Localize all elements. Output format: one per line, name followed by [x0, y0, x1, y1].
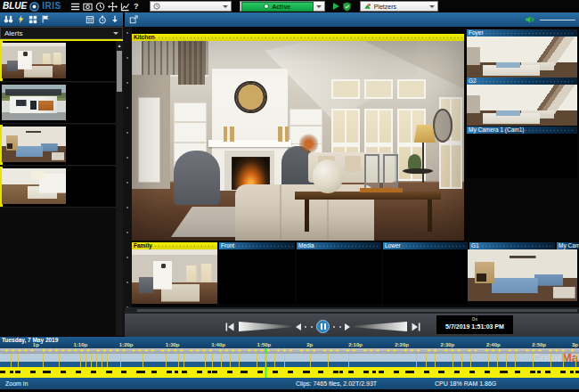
status-select[interactable]: Active [240, 1, 325, 12]
clock-icon[interactable] [95, 2, 105, 12]
camera-title-family[interactable]: Family [132, 242, 217, 249]
alert-list-item[interactable]: Kitchen 5/7/2019 1:51:13 PM 20sec Motion… [0, 41, 116, 82]
binoculars-icon[interactable] [4, 14, 13, 24]
fast-forward-wedge[interactable] [354, 322, 407, 331]
camera-view-foyer[interactable] [467, 37, 577, 78]
timeline-event-line [120, 354, 121, 367]
timeline-alert-mark: + [61, 347, 64, 354]
alerts-filter-select[interactable]: Alerts [0, 27, 123, 39]
timeline-alert-mark: + [352, 347, 355, 354]
timeline-alert-mark: + [299, 347, 303, 354]
menu-icon[interactable] [70, 2, 80, 12]
alert-list-item[interactable]: Kitchen 5/7/2019 1:51:02 PM 09sec Motion… [0, 83, 116, 124]
timeline-alert-mark: + [48, 347, 52, 354]
camera-title-kitchen[interactable]: Kitchen [132, 34, 464, 41]
camera-group-select[interactable]: Pletzers [360, 1, 438, 12]
grid-icon[interactable] [29, 15, 37, 24]
alert-list-item[interactable]: Foyer 5/7/2019 1:50:47 PM 19sec Motion A [0, 125, 116, 166]
lightning-icon[interactable] [17, 14, 25, 24]
timeline-event-line [274, 354, 275, 367]
timeline-event-line [328, 354, 329, 367]
camera-title-label: G2 [469, 78, 477, 84]
profile-select[interactable] [150, 1, 232, 12]
speed-dots [333, 326, 341, 328]
clock-icon-small [153, 3, 160, 10]
camera-view-front[interactable] [219, 249, 295, 304]
skip-start-icon[interactable] [224, 322, 235, 332]
camera-view-g2[interactable] [467, 85, 577, 126]
timeline-alert-mark: + [224, 347, 228, 354]
panel-header-right-icons [86, 15, 119, 24]
top-toolbar: BLUE IRIS ? Active [0, 0, 579, 12]
timeline-event-band[interactable] [0, 354, 579, 362]
flag-icon[interactable] [41, 14, 50, 24]
alert-thumbnail[interactable] [2, 168, 66, 204]
cameras-icon[interactable] [83, 2, 93, 12]
timeline-event-line [470, 354, 471, 367]
camera-view-mycamera1[interactable] [467, 134, 577, 178]
camera-title-foyer[interactable]: Foyer [467, 29, 577, 37]
camera-stage: Kitchen [132, 27, 579, 307]
camera-title-mycamera[interactable]: My Came [557, 242, 579, 249]
camera-view-media[interactable] [297, 249, 381, 304]
stage-horizontal-scrollbar[interactable] [125, 307, 579, 314]
calendar-icon[interactable] [86, 15, 94, 24]
help-icon[interactable]: ? [133, 2, 140, 11]
panel-splitter[interactable] [123, 27, 132, 336]
camera-title-label: G1 [471, 242, 479, 249]
camera-view-kitchen[interactable] [132, 41, 464, 241]
volume-slider[interactable] [540, 20, 575, 20]
timeline-alert-mark: + [451, 347, 454, 354]
camera-title-front[interactable]: Front [219, 242, 295, 249]
play-icon[interactable] [333, 3, 339, 10]
alert-thumbnail[interactable] [2, 127, 66, 162]
speaker-icon[interactable] [525, 15, 534, 24]
kitchen-video-frame [132, 41, 464, 241]
camera-title-label: Lower [385, 242, 401, 249]
alert-list-item[interactable]: Kitchen 5/7/2019 1:50:38 PM 09sec Motion… [0, 167, 116, 208]
family-video-frame [132, 249, 217, 304]
timeline-alert-mark: + [312, 347, 315, 354]
popout-icon[interactable] [129, 15, 138, 24]
camera-title-g2[interactable]: G2 [467, 78, 577, 85]
download-icon[interactable] [110, 15, 119, 24]
scrollbar-thumb[interactable] [117, 51, 122, 92]
step-forward-icon[interactable] [345, 323, 350, 331]
timeline-alert-mark: + [131, 347, 135, 354]
scrollbar-thumb[interactable] [137, 309, 577, 312]
rewind-wedge[interactable] [239, 322, 292, 331]
graph-icon[interactable] [120, 2, 130, 12]
timeline-alert-mark: + [393, 347, 396, 354]
skip-end-icon[interactable] [411, 322, 421, 332]
camera-title-mycamera1[interactable]: My Camera 1 (Cam1) [467, 127, 577, 134]
camera-title-label: My Camera 1 (Cam1) [469, 127, 524, 133]
pause-icon[interactable] [316, 320, 330, 333]
ptz-icon[interactable] [108, 2, 118, 12]
timeline-event-line [515, 354, 516, 367]
timeline-alert-mark: + [254, 347, 257, 354]
timeline-alert-mark: + [96, 347, 100, 354]
timeline[interactable]: Tuesday, 7 May 2019 1p1:10p1:20p1:30p1:4… [0, 337, 579, 378]
camera-view-lower[interactable] [383, 249, 468, 304]
timeline-alert-mark: + [474, 347, 477, 354]
camera-view-g1[interactable] [468, 249, 577, 301]
timeline-clip-dashes [0, 371, 579, 373]
shield-icon[interactable] [342, 2, 352, 12]
camera-view-family[interactable] [132, 249, 217, 304]
timeline-alert-mark: + [329, 347, 332, 354]
timeline-event-line [86, 354, 86, 367]
camera-title-media[interactable]: Media [297, 242, 381, 249]
alert-thumbnail[interactable] [2, 85, 66, 120]
timeline-event-line [212, 354, 213, 367]
camera-title-g1[interactable]: G1 [469, 242, 555, 249]
alert-list-scrollbar[interactable]: ▲ [116, 41, 123, 336]
camera-title-lower[interactable]: Lower [383, 242, 468, 249]
scroll-up-icon[interactable]: ▲ [116, 42, 123, 49]
alert-list: Kitchen 5/7/2019 1:51:13 PM 20sec Motion… [0, 41, 116, 336]
stopwatch-icon[interactable] [98, 15, 107, 24]
timeline-alert-mark: + [444, 347, 447, 354]
timeline-event-line [348, 354, 349, 367]
timeline-alert-mark: + [433, 347, 436, 354]
alert-thumbnail[interactable] [2, 43, 66, 78]
step-back-icon[interactable] [296, 323, 301, 331]
